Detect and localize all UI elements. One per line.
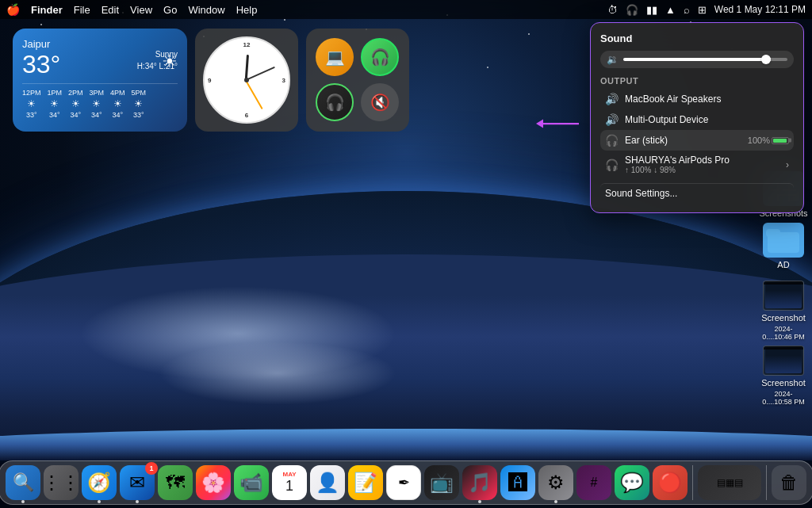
freeform-icon: ✒	[398, 474, 410, 491]
battery-tip	[789, 139, 791, 143]
menu-help[interactable]: Help	[236, 4, 258, 16]
screenshot2-file[interactable]: Screenshot 2024-0....10:58 PM	[760, 346, 807, 406]
airpods-label: SHAURYA's AirPods Pro	[625, 155, 779, 166]
dock-music[interactable]: 🎵	[462, 465, 497, 500]
macbook-speaker-label: MacBook Air Speakers	[625, 94, 789, 105]
forecast-icon-4: ☀	[113, 98, 122, 109]
weather-condition: Sunny	[137, 50, 178, 59]
mail-badge: 1	[145, 462, 158, 475]
dock-mail[interactable]: ✉ 1	[120, 465, 155, 500]
weather-widget[interactable]: Jaipur 33° ☀ Sunny H:34° L:21° 12PM ☀ 33…	[13, 29, 187, 132]
trash-icon: 🗑	[779, 472, 799, 494]
headphone-green-icon: 🎧	[370, 48, 390, 67]
audio-headphone-green-btn[interactable]: 🎧	[361, 38, 399, 76]
output-ear-stick[interactable]: 🎧 Ear (stick) 100%	[600, 130, 794, 151]
dock-freeform[interactable]: ✒	[386, 465, 421, 500]
mail-icon: ✉	[129, 472, 145, 494]
dock-touchbar[interactable]: ▤▦▤	[698, 465, 761, 500]
vpn-icon: 🔴	[658, 472, 682, 494]
sysprefs-icon: ⚙	[547, 472, 565, 494]
menu-edit[interactable]: Edit	[102, 4, 119, 16]
tv-icon: 📺	[430, 472, 454, 494]
dock-maps[interactable]: 🗺	[158, 465, 193, 500]
search-icon[interactable]: ⌕	[684, 4, 690, 16]
ad-folder[interactable]: AD	[760, 223, 807, 269]
dock-tv[interactable]: 📺	[424, 465, 459, 500]
screenshot2-thumb	[763, 346, 804, 376]
dock-safari[interactable]: 🧭	[82, 465, 117, 500]
clock-widget: 12 3 6 9	[195, 29, 298, 132]
volume-slider-container[interactable]: 🔉	[600, 51, 794, 68]
clock-face: 12 3 6 9	[203, 36, 290, 124]
dock-calendar[interactable]: MAY 1	[272, 465, 307, 500]
calendar-day: 1	[285, 478, 293, 495]
menu-file[interactable]: File	[74, 4, 90, 16]
control-center-icon[interactable]: ⊞	[698, 4, 707, 16]
calendar-month: MAY	[282, 471, 296, 478]
screenshot1-sub: 2024-0....10:46 PM	[760, 325, 807, 341]
dock-trash[interactable]: 🗑	[772, 465, 806, 500]
dock-separator	[692, 465, 693, 500]
ad-folder-label: AD	[777, 260, 789, 269]
output-multi-device[interactable]: 🔊 Multi-Output Device	[600, 109, 794, 130]
launchpad-icon: ⋮⋮	[42, 472, 80, 494]
multi-output-icon: 🔊	[605, 113, 619, 126]
sound-settings-link[interactable]: Sound Settings...	[600, 183, 794, 203]
dock-facetime[interactable]: 📹	[234, 465, 269, 500]
facetime-icon: 📹	[239, 472, 263, 494]
dock-photos[interactable]: 🌸	[196, 465, 231, 500]
ear-stick-label: Ear (stick)	[625, 135, 741, 146]
menu-window[interactable]: Window	[188, 4, 224, 16]
volume-slider[interactable]	[623, 58, 787, 61]
output-airpods-pro[interactable]: 🎧 SHAURYA's AirPods Pro ↑ 100% ↓ 98% ›	[600, 151, 794, 178]
thumb-inner-2	[765, 348, 802, 373]
screenshot1-file[interactable]: Screenshot 2024-0....10:46 PM	[760, 281, 807, 341]
laptop-icon: 💻	[325, 48, 345, 67]
dock-launchpad[interactable]: ⋮⋮	[44, 465, 79, 500]
thumb-bar-1	[764, 281, 803, 285]
dock-whatsapp[interactable]: 💬	[615, 465, 649, 500]
apple-menu[interactable]: 🍎	[6, 3, 20, 16]
safari-dot	[98, 500, 101, 503]
screenshot1-label: Screenshot	[761, 313, 806, 323]
svg-rect-12	[768, 232, 799, 253]
thumb-bar-2	[764, 346, 803, 349]
ad-folder-svg	[766, 226, 801, 254]
weather-city: Jaipur	[22, 38, 178, 50]
weather-hl: H:34° L:21°	[137, 62, 178, 71]
multi-output-label: Multi-Output Device	[625, 114, 789, 125]
clock-num-3: 3	[282, 77, 285, 84]
ad-folder-icon	[763, 223, 804, 258]
dock-slack[interactable]: #	[576, 465, 611, 500]
wifi-icon[interactable]: ▲	[665, 4, 676, 16]
audio-widget[interactable]: 💻 🎧 🎧 🔇	[306, 29, 409, 132]
headphone-icon[interactable]: 🎧	[626, 4, 638, 16]
screentime-icon[interactable]: ⏱	[607, 4, 618, 16]
battery-icon[interactable]: ▮▮	[646, 4, 657, 16]
forecast-3pm: 3PM ☀ 34°	[90, 89, 105, 119]
earth-atmosphere	[0, 429, 812, 460]
clock-num-9: 9	[208, 77, 211, 84]
dock-contacts[interactable]: 👤	[310, 465, 345, 500]
finder-dot	[21, 500, 25, 503]
menu-go[interactable]: Go	[163, 4, 177, 16]
menubar: 🍎 Finder File Edit View Go Window Help ⏱…	[0, 0, 812, 19]
dock-sysprefs[interactable]: ⚙	[538, 465, 573, 500]
menubar-right: ⏱ 🎧 ▮▮ ▲ ⌕ ⊞ Wed 1 May 12:11 PM	[607, 4, 806, 16]
audio-headphone-border-btn[interactable]: 🎧	[316, 83, 354, 121]
dock-separator2	[766, 465, 767, 500]
dock-vpn[interactable]: 🔴	[653, 465, 688, 500]
dock-finder[interactable]: 🔍	[6, 465, 40, 500]
volume-thumb	[761, 55, 771, 64]
sound-panel: Sound 🔉 Output 🔊 MacBook Air Speakers 🔊 …	[590, 22, 804, 213]
dock-appstore[interactable]: 🅰	[500, 465, 535, 500]
audio-laptop-btn[interactable]: 💻	[316, 38, 354, 76]
volume-low-icon: 🔉	[607, 54, 619, 65]
dock-notes[interactable]: 📝	[348, 465, 383, 500]
clock-num-12: 12	[243, 41, 251, 48]
output-macbook-speakers[interactable]: 🔊 MacBook Air Speakers	[600, 89, 794, 109]
weather-forecast: 12PM ☀ 33° 1PM ☀ 34° 2PM ☀ 34° 3PM ☀ 34°…	[22, 83, 178, 119]
audio-inactive-btn[interactable]: 🔇	[361, 83, 399, 121]
app-name[interactable]: Finder	[31, 4, 63, 16]
menu-view[interactable]: View	[130, 4, 152, 16]
